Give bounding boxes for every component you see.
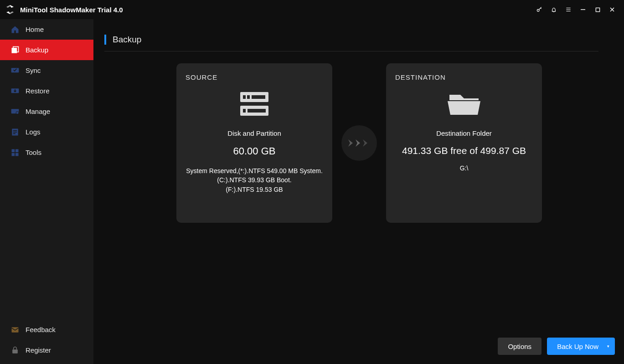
sidebar-item-home[interactable]: Home — [0, 19, 93, 40]
notification-icon[interactable] — [547, 2, 561, 17]
sidebar-item-label: Logs — [26, 128, 41, 136]
register-icon — [10, 345, 20, 355]
source-detail-line: (F:).NTFS 19.53 GB — [186, 185, 323, 194]
destination-label: Destination Folder — [395, 129, 533, 137]
options-button[interactable]: Options — [498, 338, 541, 355]
minimize-button[interactable] — [576, 2, 590, 17]
svg-rect-22 — [248, 109, 266, 113]
source-card[interactable]: SOURCE Dis — [176, 63, 332, 223]
options-button-label: Options — [508, 343, 531, 350]
svg-rect-20 — [252, 95, 265, 99]
sync-icon — [10, 66, 20, 76]
svg-rect-15 — [12, 349, 18, 353]
svg-rect-1 — [596, 8, 599, 11]
source-size: 60.00 GB — [186, 145, 323, 157]
folder-icon — [395, 87, 533, 120]
menu-icon[interactable] — [561, 2, 576, 17]
destination-free: 491.33 GB free of 499.87 GB — [395, 145, 533, 156]
key-icon[interactable] — [532, 2, 547, 17]
source-detail-line: System Reserved,(*:).NTFS 549.00 MB Syst… — [186, 166, 323, 175]
maximize-button[interactable] — [590, 2, 605, 17]
sidebar-item-tools[interactable]: Tools — [0, 142, 93, 163]
disk-icon — [186, 87, 323, 120]
sidebar-item-label: Feedback — [26, 326, 56, 333]
source-detail-line: (C:).NTFS 39.93 GB Boot. — [186, 175, 323, 185]
feedback-icon — [10, 325, 20, 335]
main-content: Backup SOURCE — [93, 19, 624, 364]
svg-rect-19 — [247, 95, 250, 99]
sidebar-item-logs[interactable]: Logs — [0, 122, 93, 142]
source-card-title: SOURCE — [186, 73, 323, 81]
sidebar-item-label: Home — [26, 26, 44, 33]
sidebar-item-label: Backup — [26, 46, 48, 54]
sidebar-item-label: Restore — [26, 87, 50, 95]
sidebar-item-feedback[interactable]: Feedback — [0, 319, 93, 340]
svg-point-8 — [16, 112, 19, 114]
sidebar-item-label: Sync — [26, 67, 41, 74]
sidebar-item-sync[interactable]: Sync — [0, 60, 93, 81]
sidebar-item-register[interactable]: Register — [0, 340, 93, 360]
sidebar: Home Backup Sync Restore — [0, 19, 93, 364]
source-label: Disk and Partition — [186, 129, 323, 137]
destination-card[interactable]: DESTINATION Destination Folder 491.33 GB… — [386, 63, 542, 223]
backup-icon — [10, 45, 20, 55]
page-title: Backup — [113, 35, 141, 45]
backup-now-button[interactable]: Back Up Now ▾ — [547, 338, 615, 355]
tools-icon — [10, 148, 20, 158]
svg-rect-13 — [15, 153, 19, 156]
svg-rect-21 — [243, 109, 246, 113]
sidebar-item-label: Register — [26, 346, 51, 354]
sidebar-item-label: Manage — [26, 108, 50, 115]
sidebar-item-manage[interactable]: Manage — [0, 101, 93, 122]
app-title: MiniTool ShadowMaker Trial 4.0 — [20, 6, 123, 14]
svg-rect-18 — [243, 95, 246, 99]
destination-card-title: DESTINATION — [395, 73, 533, 81]
app-logo-icon — [5, 4, 15, 15]
sidebar-item-restore[interactable]: Restore — [0, 81, 93, 101]
page-heading: Backup — [104, 35, 598, 51]
source-details: System Reserved,(*:).NTFS 549.00 MB Syst… — [186, 166, 323, 194]
close-button[interactable] — [605, 2, 619, 17]
backup-now-button-label: Back Up Now — [557, 343, 598, 350]
svg-rect-11 — [15, 149, 19, 152]
home-icon — [10, 25, 20, 35]
transfer-arrow-icon — [341, 125, 377, 161]
sidebar-item-label: Tools — [26, 149, 41, 156]
svg-point-0 — [537, 9, 539, 11]
caret-down-icon: ▾ — [607, 344, 609, 349]
titlebar: MiniTool ShadowMaker Trial 4.0 — [0, 0, 624, 19]
svg-rect-12 — [12, 153, 15, 156]
logs-icon — [10, 127, 20, 137]
manage-icon — [10, 107, 20, 117]
svg-rect-10 — [12, 149, 15, 152]
restore-icon — [10, 86, 20, 96]
sidebar-item-backup[interactable]: Backup — [0, 40, 93, 60]
heading-accent-bar — [104, 35, 106, 45]
footer-actions: Options Back Up Now ▾ — [498, 338, 615, 355]
destination-path: G:\ — [395, 164, 533, 172]
